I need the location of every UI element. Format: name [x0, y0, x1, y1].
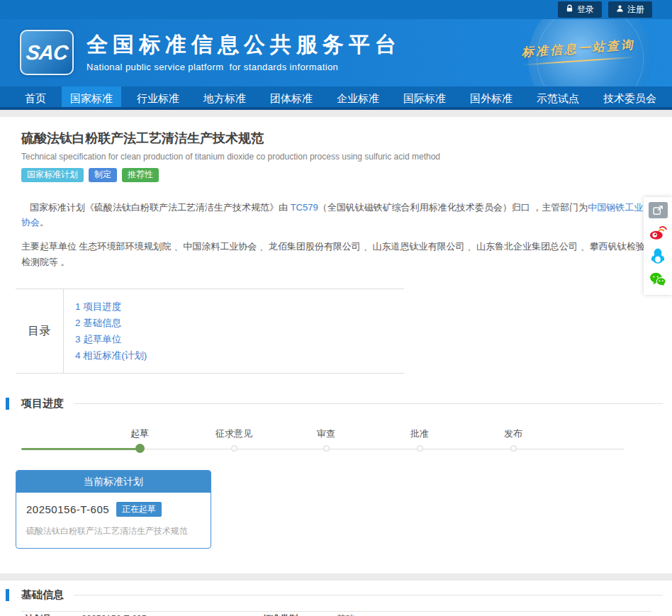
tag-formulate: 制定: [89, 168, 117, 182]
para1-prefix: 国家标准计划《硫酸法钛白粉联产法工艺清洁生产技术规范》由: [30, 202, 291, 213]
label-plan-number: 计划号: [21, 613, 82, 616]
timeline-step-label: 起草: [108, 427, 172, 440]
nav-item-national-standards[interactable]: 国家标准: [62, 86, 121, 107]
basic-heading: 基础信息: [21, 588, 64, 602]
nav-item-industry-standards[interactable]: 行业标准: [128, 86, 188, 107]
progress-heading: 项目进度: [21, 397, 64, 410]
plan-code: 20250156-T-605: [26, 503, 109, 515]
login-label: 登录: [577, 4, 594, 16]
plan-name: 硫酸法钛白粉联产法工艺清洁生产技术规范: [26, 525, 201, 537]
nav-item-international-standards[interactable]: 国际标准: [395, 86, 454, 107]
current-plan-card: 当前标准计划 20250156-T-605 正在起草 硫酸法钛白粉联产法工艺清洁…: [16, 470, 211, 549]
nav-item-home[interactable]: 首页: [16, 86, 55, 107]
table-row: 计划号 20250156-T-605 标准类别 基础: [21, 612, 651, 616]
timeline-step-publish: 发布: [481, 427, 545, 452]
timeline-dot: [323, 445, 330, 452]
nav-item-enterprise-standards[interactable]: 企业标准: [328, 86, 388, 107]
timeline-step-drafting: 起草: [108, 427, 172, 453]
sac-logo[interactable]: SAC: [20, 30, 74, 75]
paragraph-drafting-units: 主要起草单位 生态环境部环境规划院 、中国涂料工业协会 、龙佰集团股份有限公司 …: [21, 239, 651, 269]
top-bar: 登录 注册: [0, 0, 672, 19]
section-progress: 项目进度 起草 征求意见 审查 批准 发布 当前标准计划 2025: [0, 397, 672, 549]
wechat-icon[interactable]: [649, 270, 667, 289]
current-plan-card-header: 当前标准计划: [16, 471, 211, 493]
progress-timeline: 起草 征求意见 审查 批准 发布: [21, 427, 651, 456]
timeline-dot: [510, 445, 517, 452]
site-header: 标准信息一站查询 SAC 全国标准信息公共服务平台 National publi…: [0, 19, 672, 86]
page-title: 硫酸法钛白粉联产法工艺清洁生产技术规范: [21, 130, 651, 147]
timeline-step-label: 批准: [388, 427, 452, 440]
timeline-step-approval: 批准: [388, 427, 452, 452]
nav-item-technical-committee[interactable]: 技术委员会: [595, 86, 665, 107]
timeline-step-label: 审查: [294, 427, 358, 440]
site-subtitle: National public service platform for sta…: [86, 62, 401, 72]
para1-suffix: 。: [40, 217, 49, 228]
progress-section-header: 项目进度: [6, 397, 672, 410]
timeline-step-label: 发布: [481, 427, 545, 440]
share-icon[interactable]: [649, 202, 668, 218]
sac-logo-text: SAC: [25, 41, 69, 65]
register-label: 注册: [627, 4, 644, 16]
section-basic-info: 基础信息 计划号 20250156-T-605 标准类别 基础 制修订 制定 国…: [0, 573, 672, 616]
divider-band: [0, 573, 672, 581]
toc-list: 1 项目进度 2 基础信息 3 起草单位 4 相近标准(计划): [64, 289, 147, 373]
brand[interactable]: SAC 全国标准信息公共服务平台 National public service…: [0, 19, 672, 75]
tc579-link[interactable]: TC579: [291, 202, 318, 213]
timeline-dot: [231, 445, 237, 452]
section-accent-bar: [6, 398, 9, 410]
timeline-step-review: 审查: [294, 427, 358, 452]
paragraph-plan-info: 国家标准计划《硫酸法钛白粉联产法工艺清洁生产技术规范》由 TC579（全国钒钛磁…: [21, 200, 651, 230]
table-of-contents: 目录 1 项目进度 2 基础信息 3 起草单位 4 相近标准(计划): [16, 289, 404, 374]
nav-item-pilot[interactable]: 示范试点: [528, 86, 588, 107]
weibo-icon[interactable]: [649, 223, 667, 242]
timeline-step-comments: 征求意见: [202, 427, 266, 452]
brand-text: 全国标准信息公共服务平台 National public service pla…: [86, 33, 401, 72]
site-title: 全国标准信息公共服务平台: [86, 33, 401, 57]
value-standard-category: 基础: [337, 613, 651, 616]
login-button[interactable]: 登录: [558, 1, 602, 18]
status-badge[interactable]: 正在起草: [116, 502, 162, 517]
tag-national-standard-plan: 国家标准计划: [21, 168, 84, 182]
toc-item-related-standards[interactable]: 4 相近标准(计划): [75, 347, 147, 364]
timeline-dot-active: [135, 444, 145, 453]
divider-band: [0, 110, 672, 117]
label-standard-category: 标准类别: [259, 613, 337, 616]
section-rule: [74, 595, 663, 595]
section-accent-bar: [6, 589, 9, 601]
tag-recommended: 推荐性: [122, 168, 159, 182]
nav-item-local-standards[interactable]: 地方标准: [195, 86, 254, 107]
toc-item-drafting-units[interactable]: 3 起草单位: [75, 331, 147, 347]
timeline-dot: [417, 445, 423, 452]
nav-item-group-standards[interactable]: 团体标准: [262, 86, 321, 107]
nav-item-foreign-standards[interactable]: 国外标准: [461, 86, 521, 107]
toc-label: 目录: [16, 289, 64, 373]
toc-item-basic-info[interactable]: 2 基础信息: [75, 315, 147, 331]
person-icon: [616, 4, 624, 15]
section-rule: [74, 403, 663, 404]
main-nav: 首页 国家标准 行业标准 地方标准 团体标准 企业标准 国际标准 国外标准 示范…: [0, 86, 672, 110]
basic-info-table: 计划号 20250156-T-605 标准类别 基础 制修订 制定 国际标准分类…: [21, 611, 651, 616]
summary-paragraphs: 国家标准计划《硫酸法钛白粉联产法工艺清洁生产技术规范》由 TC579（全国钒钛磁…: [0, 200, 672, 270]
lock-icon: [566, 4, 573, 15]
qq-icon[interactable]: [649, 247, 667, 265]
timeline-step-label: 征求意见: [202, 427, 266, 440]
basic-section-header: 基础信息: [6, 588, 672, 602]
para1-middle: （全国钒钛磁铁矿综合利用标准化技术委员会）归口 ，主管部门为: [318, 202, 588, 213]
page-title-english: Technical specification for clean produc…: [21, 152, 651, 162]
register-button[interactable]: 注册: [608, 1, 652, 18]
tag-row: 国家标准计划 制定 推荐性: [21, 168, 651, 182]
social-share-sidebar: [644, 197, 672, 295]
current-plan-card-body: 20250156-T-605 正在起草 硫酸法钛白粉联产法工艺清洁生产技术规范: [16, 493, 211, 548]
document-header: 硫酸法钛白粉联产法工艺清洁生产技术规范 Technical specificat…: [0, 117, 672, 182]
toc-item-progress[interactable]: 1 项目进度: [75, 298, 147, 315]
